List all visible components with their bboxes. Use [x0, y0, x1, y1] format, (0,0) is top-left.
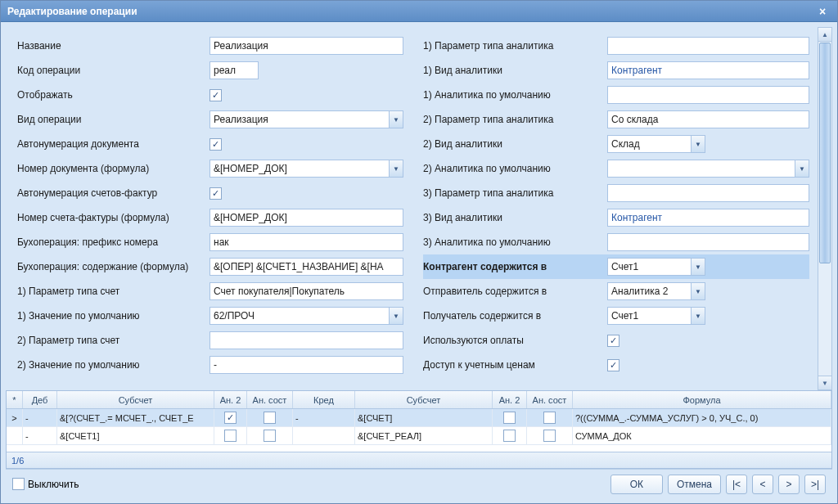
form-scrollbar[interactable]: ▲ ▼	[818, 27, 832, 390]
input-param2-account[interactable]	[210, 331, 403, 349]
col-an2[interactable]: Ан. 2	[214, 391, 247, 408]
form-right-column: 1) Параметр типа аналитика 1) Вид аналит…	[412, 27, 818, 390]
input-param1-account[interactable]	[210, 282, 403, 300]
titlebar: Редактирование операции ×	[1, 1, 837, 22]
disable-label: Выключить	[28, 479, 79, 490]
checkbox-display[interactable]: ✓	[210, 89, 222, 101]
label-r8: 3) Аналитика по умолчанию	[423, 236, 607, 248]
cancel-button[interactable]: Отмена	[668, 475, 721, 494]
checkbox-autonum-doc[interactable]: ✓	[210, 138, 222, 151]
label-r6: 3) Параметр типа аналитика	[423, 187, 607, 199]
form-left-column: Название Код операции Отображать✓ Вид оп…	[6, 27, 412, 390]
combo-r10[interactable]: ▼	[607, 282, 705, 300]
ok-button[interactable]: ОК	[610, 475, 663, 494]
grid-checkbox[interactable]: ✓	[224, 412, 237, 424]
label-code: Код операции	[17, 65, 210, 76]
input-r1[interactable]	[607, 61, 809, 79]
input-r2[interactable]	[607, 86, 809, 104]
dialog: Редактирование операции × Название Код о…	[0, 0, 838, 504]
grid-checkbox[interactable]	[264, 412, 276, 424]
chevron-down-icon[interactable]: ▼	[389, 110, 403, 128]
scroll-thumb[interactable]	[819, 43, 831, 263]
combo-r9[interactable]: ▼	[607, 258, 705, 276]
chevron-down-icon[interactable]: ▼	[691, 307, 705, 325]
combo-r5[interactable]: ▼	[607, 160, 809, 178]
input-name[interactable]	[210, 37, 403, 55]
col-deb[interactable]: Деб	[23, 391, 57, 408]
label-prefix: Бухоперация: префикс номера	[17, 236, 210, 248]
label-r2: 1) Аналитика по умолчанию	[423, 89, 607, 101]
next-button[interactable]: >	[778, 475, 800, 494]
input-r0[interactable]	[607, 37, 809, 55]
first-button[interactable]: |<	[726, 475, 747, 494]
combo-op-type[interactable]: ▼	[210, 110, 403, 128]
col-ansostb[interactable]: Ан. сост	[527, 391, 573, 408]
label-r0: 1) Параметр типа аналитика	[423, 40, 607, 52]
chevron-down-icon[interactable]: ▼	[691, 135, 705, 153]
combo-default1[interactable]: ▼	[210, 307, 403, 325]
checkbox-r12[interactable]: ✓	[607, 335, 619, 347]
label-r5: 2) Аналитика по умолчанию	[423, 163, 607, 174]
grid-checkbox[interactable]	[503, 430, 516, 442]
label-op-type: Вид операции	[17, 114, 210, 125]
input-invoicenum[interactable]	[210, 209, 403, 227]
input-r3[interactable]	[607, 110, 809, 128]
col-form[interactable]: Формула	[573, 391, 831, 408]
grid-checkbox[interactable]	[224, 430, 237, 442]
last-button[interactable]: >|	[804, 475, 826, 494]
col-sub[interactable]: Субсчет	[57, 391, 214, 408]
label-content-formula: Бухоперация: содержание (формула)	[17, 261, 210, 272]
chevron-down-icon[interactable]: ▼	[389, 160, 403, 178]
grid-row[interactable]: - &[СЧЕТ1] &[СЧЕТ_РЕАЛ] СУММА_ДОК	[7, 427, 831, 445]
input-default2[interactable]	[210, 356, 403, 374]
grid-footer: 1/6	[7, 452, 831, 468]
label-default2: 2) Значение по умолчанию	[17, 359, 210, 371]
grid-pager: 1/6	[11, 456, 24, 466]
chevron-down-icon[interactable]: ▼	[691, 258, 705, 276]
chevron-down-icon[interactable]: ▼	[691, 282, 705, 300]
grid-checkbox[interactable]	[264, 430, 276, 442]
label-param1-account: 1) Параметр типа счет	[17, 286, 210, 297]
checkbox-autonum-invoice[interactable]: ✓	[210, 187, 222, 200]
label-r12: Используются оплаты	[423, 335, 607, 346]
input-code[interactable]	[210, 61, 259, 79]
label-r10: Отправитель содержится в	[423, 286, 607, 297]
scroll-up-icon[interactable]: ▲	[818, 28, 831, 42]
label-r13: Доступ к учетным ценам	[423, 359, 607, 371]
scroll-down-icon[interactable]: ▼	[818, 376, 831, 389]
label-autonum-doc: Автонумерация документа	[17, 138, 210, 150]
input-r7[interactable]	[607, 209, 809, 227]
label-r3: 2) Параметр типа аналитика	[423, 114, 607, 125]
label-r7: 3) Вид аналитики	[423, 212, 607, 223]
chevron-down-icon[interactable]: ▼	[795, 160, 809, 178]
label-r11: Получатель содержится в	[423, 310, 607, 322]
label-r4: 2) Вид аналитики	[423, 138, 607, 150]
checkbox-r13[interactable]: ✓	[607, 359, 619, 371]
combo-docnum[interactable]: ▼	[210, 160, 403, 178]
close-icon[interactable]: ×	[814, 4, 831, 19]
input-r8[interactable]	[607, 233, 809, 251]
input-content-formula[interactable]	[210, 258, 403, 276]
combo-r4[interactable]: ▼	[607, 135, 705, 153]
col-mark[interactable]: *	[7, 391, 23, 408]
disable-toggle[interactable]: Выключить	[12, 478, 79, 490]
grid-body: > - &[?(СЧЕТ_.= МСЧЕТ_., СЧЕТ_Е ✓ - &[СЧ…	[7, 409, 831, 452]
grid-checkbox[interactable]	[543, 430, 556, 442]
input-prefix[interactable]	[210, 233, 403, 251]
chevron-down-icon[interactable]: ▼	[389, 307, 403, 325]
label-r1: 1) Вид аналитики	[423, 65, 607, 76]
dialog-body: Название Код операции Отображать✓ Вид оп…	[1, 22, 837, 503]
grid-checkbox[interactable]	[503, 412, 516, 424]
checkbox-disable[interactable]	[12, 478, 25, 490]
label-display: Отображать	[17, 89, 210, 101]
label-docnum-formula: Номер документа (формула)	[17, 163, 210, 174]
grid-checkbox[interactable]	[543, 412, 556, 424]
col-sub2[interactable]: Субсчет	[355, 391, 493, 408]
grid-row[interactable]: > - &[?(СЧЕТ_.= МСЧЕТ_., СЧЕТ_Е ✓ - &[СЧ…	[7, 409, 831, 427]
col-ansost[interactable]: Ан. сост	[247, 391, 293, 408]
input-r6[interactable]	[607, 184, 809, 202]
col-an2b[interactable]: Ан. 2	[493, 391, 527, 408]
prev-button[interactable]: <	[752, 475, 773, 494]
combo-r11[interactable]: ▼	[607, 307, 705, 325]
col-kred[interactable]: Кред	[293, 391, 355, 408]
